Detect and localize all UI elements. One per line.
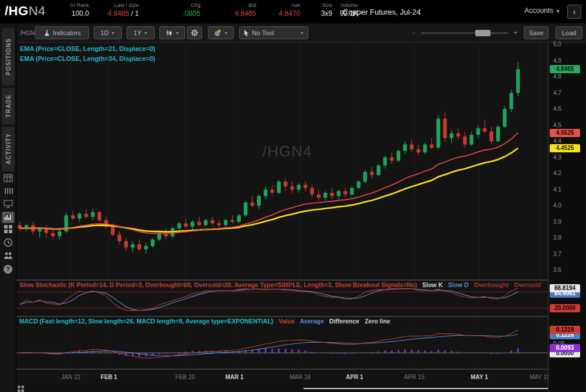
scroll-indicator[interactable] (304, 388, 548, 389)
price-axis-label: 4.6 (553, 105, 561, 112)
time-axis: JAN 22FEB 1FEB 20MAR 1MAR 18APR 1APR 15M… (16, 370, 548, 385)
time-axis-label: MAR 1 (225, 374, 243, 380)
price-axis: 5.04.94.84.74.64.54.44.34.24.14.03.93.83… (548, 43, 586, 392)
trading-app: /HGN4 IV Rank100.0Last / Size4.8465 / 1C… (0, 0, 586, 392)
macd-panel: MACD (Fast length=12, Slow length=26, MA… (16, 317, 548, 369)
candlestick-icon (165, 29, 173, 37)
time-axis-label: MAY 1 (471, 374, 488, 380)
settings-button[interactable] (187, 26, 202, 39)
zoom-in-button[interactable]: + (513, 29, 517, 37)
instrument-description: Copper Futures, Jul-24 (343, 8, 421, 16)
zoom-out-button[interactable]: - (413, 29, 415, 37)
price-axis-label: 4.5 (553, 122, 561, 128)
chevron-down-icon: ▼ (111, 31, 115, 35)
axis-badge-ema21: 4.5525 (550, 129, 580, 137)
zoom-slider[interactable] (421, 32, 509, 34)
price-axis-label: 4.4 (553, 138, 561, 144)
sidebar-tab-positions[interactable]: POSITIONS (2, 28, 15, 86)
gear-icon (190, 29, 199, 37)
price-axis-label: 4.1 (553, 186, 561, 193)
indicators-button[interactable]: Indicators (35, 26, 89, 39)
chart-type-dropdown[interactable]: ▼ (159, 26, 185, 39)
price-axis-label: 4.8 (553, 73, 561, 80)
clock-icon[interactable] (4, 238, 13, 247)
quote-header: /HGN4 IV Rank100.0Last / Size4.8465 / 1C… (0, 0, 586, 23)
axis-badge-k: 88.8194 (550, 284, 580, 292)
price-panel: /HGN4 EMA (Price=CLOSE, Length=21, Displ… (16, 43, 548, 279)
chart-workspace: /HGN4 Indicators 1D▼ 1Y▼ ▼ ▼ No Tool ▼ (16, 23, 586, 392)
chart-icon[interactable] (2, 212, 15, 223)
sidebar-tab-activity[interactable]: ACTIVITY (2, 127, 15, 171)
ema34-label: EMA (Price=CLOSE, Length=34, Displace=0) (20, 55, 155, 62)
chart-toolbar: /HGN4 Indicators 1D▼ 1Y▼ ▼ ▼ No Tool ▼ (16, 25, 586, 41)
price-axis-label: 4.9 (553, 57, 561, 64)
cursor-icon (243, 29, 250, 37)
macd-chart[interactable] (16, 317, 548, 369)
time-axis-label: APR 15 (404, 374, 424, 380)
sidebar-tab-trade[interactable]: TRADE (2, 88, 15, 124)
zoom-slider-thumb[interactable] (475, 30, 490, 36)
price-axis-label: 3.9 (553, 219, 561, 225)
chevron-down-icon: ▼ (556, 9, 560, 14)
quote-field-last-size: Last / Size4.8465 / 1 (74, 2, 139, 18)
price-axis-label: 4.2 (553, 170, 561, 176)
time-axis-label: APR 1 (346, 374, 363, 380)
price-axis-label: 3.8 (553, 234, 561, 241)
save-button[interactable]: Save (524, 26, 548, 39)
chevron-down-icon: ▼ (300, 31, 304, 35)
time-axis-label: MAY 19 (530, 374, 550, 380)
chart-watermark: /HGN4 (263, 142, 312, 161)
grid-icon[interactable] (4, 224, 13, 234)
time-axis-label: FEB 1 (101, 374, 117, 380)
chevron-down-icon: ▼ (224, 31, 228, 35)
axis-badge-oversold: 20.0000 (550, 304, 580, 312)
globe-icon (214, 29, 222, 37)
list-icon[interactable] (4, 186, 13, 196)
axis-badge-last: 4.8465 (550, 65, 580, 73)
mini-grid-icon[interactable] (18, 386, 24, 392)
price-axis-label: 3.6 (553, 267, 561, 273)
chart-frame: /HGN4 EMA (Price=CLOSE, Length=21, Displ… (16, 42, 586, 392)
price-axis-label: 4.0 (553, 202, 561, 209)
range-dropdown[interactable]: 1Y▼ (127, 26, 155, 39)
axis-badge-ema34: 4.4525 (550, 144, 580, 152)
timeframe-dropdown[interactable]: 1D▼ (94, 26, 122, 39)
price-axis-label: 5.0 (553, 41, 561, 47)
monitor-icon[interactable] (4, 199, 13, 209)
axis-badge-difference: 0.0093 (550, 344, 580, 352)
quote-field-chg: Chg.0805 (136, 2, 200, 18)
chevron-down-icon: ▼ (144, 31, 148, 35)
time-axis-label: FEB 20 (175, 374, 195, 380)
chevron-down-icon: ▼ (175, 31, 179, 35)
ema21-label: EMA (Price=CLOSE, Length=21, Displace=0) (20, 45, 155, 52)
bottom-strip (16, 385, 586, 392)
tool-dropdown[interactable]: No Tool ▼ (239, 26, 308, 39)
flask-icon (43, 29, 50, 36)
load-button[interactable]: Load (556, 26, 582, 39)
table-icon[interactable] (4, 173, 13, 183)
price-axis-label: 4.3 (553, 154, 561, 161)
stochastic-panel: Slow Stochastic (K Period=14, D Period=3… (16, 281, 548, 316)
price-axis-label: 4.7 (553, 90, 561, 96)
time-axis-label: MAR 18 (289, 374, 311, 380)
price-axis-label: 3.7 (553, 251, 561, 257)
collapse-panel-button[interactable]: ‹ (567, 5, 581, 19)
axis-badge-value: 0.1319 (550, 326, 580, 334)
help-icon[interactable]: ? (4, 265, 12, 274)
drawing-set-dropdown[interactable]: ▼ (208, 26, 234, 39)
stochastic-chart[interactable] (16, 281, 548, 316)
candlestick-chart[interactable] (16, 43, 548, 279)
left-sidebar: POSITIONSTRADEACTIVITY ? (0, 23, 16, 392)
time-axis-label: JAN 22 (62, 374, 81, 380)
accounts-dropdown[interactable]: Accounts▼ (524, 6, 560, 15)
people-icon[interactable] (4, 251, 13, 260)
